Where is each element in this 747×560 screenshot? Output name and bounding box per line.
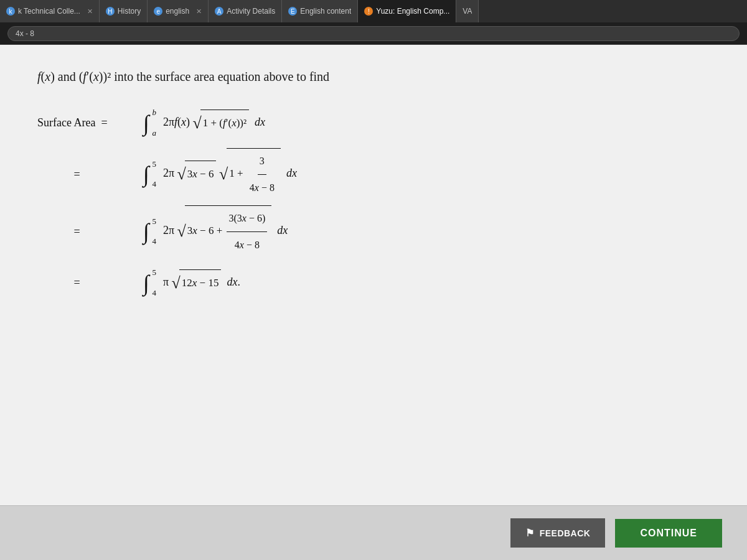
lower-limit-1: a (152, 123, 156, 144)
numerator-3: 3(3x − 6) (227, 206, 267, 232)
sqrt-2b: √ 1 + 3 4x − 8 (219, 148, 281, 200)
upper-limit-1: b (152, 103, 156, 123)
integral-limits-3: 5 4 (152, 212, 156, 252)
math-row-2: = ∫ 5 4 2π √ 3x − 6 √ 1 + (37, 148, 710, 200)
integral-symbol-4: ∫ (143, 271, 149, 296)
numerator-2: 3 (258, 149, 266, 175)
feedback-label: FEEDBACK (540, 528, 591, 538)
lower-limit-3: 4 (152, 231, 156, 252)
address-input[interactable] (7, 26, 740, 41)
tab-icon-technical: k (6, 7, 15, 16)
sqrt-content-3: 3x − 6 + 3(3x − 6) 4x − 8 (185, 205, 272, 258)
integral-symbol-3: ∫ (143, 219, 149, 244)
tab-english[interactable]: e english ✕ (148, 0, 209, 22)
integral-limits-4: 5 4 (152, 263, 156, 303)
tab-label-technical: k Technical Colle... (18, 7, 80, 16)
math-expr-3: ∫ 5 4 2π √ 3x − 6 + 3(3x − 6) 4x − 8 (143, 205, 288, 258)
tab-technical[interactable]: k k Technical Colle... ✕ (0, 0, 100, 22)
integral-limits-1: b a (152, 103, 156, 143)
tab-va[interactable]: VA (456, 0, 479, 22)
equals-label-3: = (37, 218, 137, 246)
tab-icon-yuzu: ! (364, 7, 373, 16)
address-bar (0, 22, 747, 45)
tab-label-history: History (118, 7, 141, 16)
math-row-4: = ∫ 5 4 π √ 12x − 15 dx. (37, 263, 710, 303)
sqrt-content-2a: 3x − 6 (185, 161, 217, 188)
math-row-3: = ∫ 5 4 2π √ 3x − 6 + 3(3x − 6) (37, 205, 710, 258)
tab-bar: k k Technical Colle... ✕ H History e eng… (0, 0, 747, 22)
fraction-3: 3(3x − 6) 4x − 8 (227, 206, 267, 258)
upper-limit-4: 5 (152, 263, 156, 283)
sqrt-1: √ 1 + (f′(x))² (192, 110, 249, 137)
sqrt-2a: √ 3x − 6 (177, 161, 216, 188)
tab-english-content[interactable]: E English content (282, 0, 358, 22)
upper-limit-3: 5 (152, 212, 156, 232)
denominator-2: 4x − 8 (248, 175, 276, 200)
surface-area-label: Surface Area = (37, 109, 137, 137)
lower-limit-4: 4 (152, 283, 156, 304)
math-expr-4: ∫ 5 4 π √ 12x − 15 dx. (143, 263, 240, 303)
sqrt-content-1: 1 + (f′(x))² (200, 110, 249, 137)
fraction-2: 3 4x − 8 (248, 149, 276, 200)
lower-limit-2: 4 (152, 174, 156, 195)
equals-label-2: = (37, 161, 137, 189)
button-bar: ⚑ FEEDBACK CONTINUE (0, 505, 747, 560)
integral-limits-2: 5 4 (152, 154, 156, 195)
tab-label-english: english (166, 7, 189, 16)
tab-label-yuzu: Yuzu: English Comp... (376, 7, 449, 16)
tab-activity[interactable]: A Activity Details (209, 0, 282, 22)
math-row-1: Surface Area = ∫ b a 2πf(x) √ 1 + (f′(x)… (37, 103, 710, 143)
tab-close-english[interactable]: ✕ (196, 7, 202, 16)
denominator-3: 4x − 8 (233, 232, 261, 258)
tab-history[interactable]: H History (100, 0, 148, 22)
feedback-icon: ⚑ (525, 527, 535, 539)
sqrt-3: √ 3x − 6 + 3(3x − 6) 4x − 8 (177, 205, 271, 258)
tab-icon-english: e (154, 7, 162, 16)
math-area: f(x) and (f′(x))² into the surface area … (0, 45, 747, 505)
math-expr-1: ∫ b a 2πf(x) √ 1 + (f′(x))² dx (143, 103, 265, 143)
tab-label-va: VA (463, 7, 472, 16)
math-expr-2: ∫ 5 4 2π √ 3x − 6 √ 1 + (143, 148, 297, 200)
sqrt-4: √ 12x − 15 (171, 269, 221, 297)
tab-icon-history: H (106, 7, 115, 16)
sqrt-content-2b: 1 + 3 4x − 8 (227, 148, 281, 200)
tab-icon-activity: A (215, 7, 223, 16)
upper-limit-2: 5 (152, 154, 156, 175)
tab-label-english-content: English content (300, 7, 351, 16)
continue-label: CONTINUE (640, 528, 697, 538)
integral-symbol-1: ∫ (143, 111, 149, 136)
tab-icon-english-content: E (288, 7, 297, 16)
equals-label-4: = (37, 269, 137, 297)
main-content: f(x) and (f′(x))² into the surface area … (0, 45, 747, 560)
sqrt-content-4: 12x − 15 (179, 269, 222, 297)
tab-label-activity: Activity Details (227, 7, 275, 16)
intro-text: f(x) and (f′(x))² into the surface area … (37, 70, 710, 84)
tab-yuzu[interactable]: ! Yuzu: English Comp... (358, 0, 456, 22)
continue-button[interactable]: CONTINUE (615, 519, 722, 548)
integral-symbol-2: ∫ (143, 162, 149, 187)
math-block: Surface Area = ∫ b a 2πf(x) √ 1 + (f′(x)… (37, 103, 710, 308)
tab-close-technical[interactable]: ✕ (87, 7, 93, 16)
feedback-button[interactable]: ⚑ FEEDBACK (510, 518, 605, 548)
